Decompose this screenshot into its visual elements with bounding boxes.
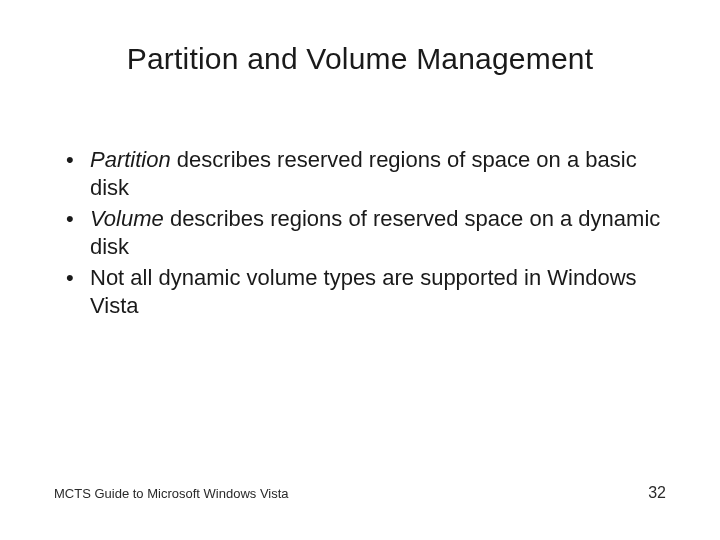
footer-source: MCTS Guide to Microsoft Windows Vista <box>54 486 289 501</box>
bullet-item: Not all dynamic volume types are support… <box>60 264 666 319</box>
bullet-text: describes reserved regions of space on a… <box>90 147 637 200</box>
bullet-item: Volume describes regions of reserved spa… <box>60 205 666 260</box>
page-number: 32 <box>648 484 666 502</box>
bullet-italic-term: Partition <box>90 147 171 172</box>
bullet-text: Not all dynamic volume types are support… <box>90 265 637 318</box>
bullet-list: Partition describes reserved regions of … <box>54 146 666 319</box>
bullet-italic-term: Volume <box>90 206 164 231</box>
slide: Partition and Volume Management Partitio… <box>0 0 720 540</box>
bullet-item: Partition describes reserved regions of … <box>60 146 666 201</box>
slide-title: Partition and Volume Management <box>54 42 666 76</box>
bullet-text: describes regions of reserved space on a… <box>90 206 660 259</box>
slide-footer: MCTS Guide to Microsoft Windows Vista 32 <box>54 484 666 502</box>
